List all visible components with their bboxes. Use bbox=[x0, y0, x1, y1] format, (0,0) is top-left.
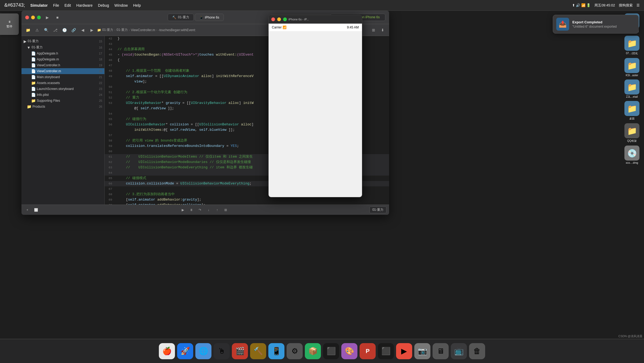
dock-finder[interactable]: 🍎 bbox=[159, 343, 175, 359]
sim-content: Carrier 📶 9:45 AM bbox=[269, 24, 362, 197]
desktop-icon-6[interactable]: 💿 xco....dmg bbox=[623, 146, 641, 164]
line-num-16: 16 bbox=[99, 46, 102, 49]
menu-extra-icon[interactable]: ☰ bbox=[636, 3, 640, 7]
nav-search-btn[interactable]: 🔍 bbox=[42, 26, 50, 34]
nav-item-products[interactable]: 📁 Products 26 bbox=[21, 104, 104, 110]
nav-item-main-storyboard[interactable]: 📄 Main.storyboard 21 bbox=[21, 74, 104, 80]
dock-trash[interactable]: 🗑 bbox=[469, 343, 485, 359]
folder-label-2: KSI...aster bbox=[626, 74, 638, 77]
nav-item-supporting[interactable]: 📁 Supporting Files 25 bbox=[21, 98, 104, 104]
nav-item-group[interactable]: ▼ 01-重力 16 bbox=[21, 44, 104, 50]
play-debug-btn[interactable]: ▶ bbox=[180, 207, 186, 213]
dock-settings[interactable]: ⚙ bbox=[287, 343, 303, 359]
dock-safari[interactable]: 🌐 bbox=[195, 343, 211, 359]
desktop-icon-4[interactable]: 📁 桌面 bbox=[623, 101, 641, 121]
nav-git-btn[interactable]: ⎇ bbox=[52, 26, 59, 34]
scheme-selector[interactable]: 01-重力 bbox=[369, 206, 386, 213]
nav-label-viewcontrollerh: ViewController.h bbox=[37, 63, 60, 67]
dock-launchpad[interactable]: 🚀 bbox=[177, 343, 193, 359]
nav-label-appdelegateh: AppDelegate.h bbox=[37, 52, 58, 55]
dock-extra1[interactable]: 📷 bbox=[414, 343, 430, 359]
tab-label: 01-重力 bbox=[178, 15, 189, 20]
desktop-icon-1[interactable]: 📁 07…(优化 bbox=[623, 36, 641, 55]
menu-window[interactable]: Window bbox=[114, 3, 128, 8]
export-subtitle: "Untitled 6" document exported bbox=[572, 25, 635, 28]
maximize-button[interactable] bbox=[37, 16, 41, 19]
sim-minimize[interactable] bbox=[277, 17, 281, 21]
menu-hardware[interactable]: Hardware bbox=[76, 3, 93, 8]
line-num-23: 23 bbox=[99, 87, 102, 90]
nav-item-appdelegate-m[interactable]: 📄 AppDelegate.m 18 bbox=[21, 56, 104, 62]
run-button[interactable]: ▶ bbox=[43, 14, 51, 21]
sim-maximize[interactable] bbox=[283, 17, 287, 21]
pause-button[interactable]: ⏸ 暂停 bbox=[0, 13, 19, 35]
nav-folder-btn[interactable]: 📁 bbox=[24, 26, 32, 34]
breadcrumb-file[interactable]: ViewController.m bbox=[131, 28, 155, 32]
dock-black-app[interactable]: ⬛ bbox=[378, 343, 394, 359]
nav-back-btn[interactable]: ◀ bbox=[79, 26, 86, 34]
nav-label-group: 01-重力 bbox=[32, 45, 43, 50]
dock-terminal[interactable]: ⬛ bbox=[323, 343, 339, 359]
tab-device[interactable]: 📱 iPhone 6s bbox=[195, 14, 224, 21]
add-file-btn[interactable]: + bbox=[24, 207, 31, 213]
sim-close[interactable] bbox=[271, 17, 275, 21]
tab-project[interactable]: 🔨 01-重力 bbox=[168, 14, 193, 21]
line-num-19: 19 bbox=[99, 64, 102, 67]
debug-toggle-btn[interactable]: ⬇ bbox=[379, 26, 386, 34]
breadcrumb-folder[interactable]: 01-重力 bbox=[116, 28, 127, 32]
nav-warning-btn[interactable]: ⚠ bbox=[33, 26, 41, 34]
nav-label-supporting: Supporting Files bbox=[37, 99, 60, 103]
menu-help[interactable]: Help bbox=[133, 3, 141, 8]
menu-datetime: 周五09:45:02 bbox=[594, 3, 615, 8]
menu-simulator[interactable]: Simulator bbox=[30, 3, 48, 8]
stop-button[interactable]: ■ bbox=[54, 14, 61, 21]
nav-item-viewcontroller-h[interactable]: 📄 ViewController.h 19 bbox=[21, 62, 104, 68]
dock-ptool[interactable]: P bbox=[360, 343, 376, 359]
menu-file[interactable]: File bbox=[53, 3, 59, 8]
dock-mouse[interactable]: 🖱 bbox=[214, 343, 230, 359]
apple-menu[interactable]: &#63743; bbox=[4, 2, 25, 8]
nav-forward-btn[interactable]: ▶ bbox=[88, 26, 96, 34]
nav-misc-btn[interactable]: 🔗 bbox=[70, 26, 77, 34]
debug-btn[interactable]: ⬜ bbox=[33, 207, 39, 213]
file-icon-4: 📄 bbox=[31, 69, 36, 73]
step-out-btn[interactable]: ↑ bbox=[214, 207, 220, 213]
close-button[interactable] bbox=[25, 16, 29, 19]
nav-item-assets[interactable]: 📁 Assets.xcassets 22 bbox=[21, 80, 104, 86]
minimize-button[interactable] bbox=[31, 16, 35, 19]
menu-search[interactable]: 搜狗搜索 bbox=[619, 3, 633, 8]
dock-tools[interactable]: 🔨 bbox=[250, 343, 266, 359]
desktop-icon-3[interactable]: 📁 ZJL...etail bbox=[623, 79, 641, 98]
dock-extra2[interactable]: 🖥 bbox=[433, 343, 449, 359]
step-into-btn[interactable]: ↓ bbox=[205, 207, 212, 213]
dock-extra3[interactable]: 📺 bbox=[451, 343, 467, 359]
dock-iphone-config[interactable]: 📱 bbox=[268, 343, 284, 359]
dock-sketch[interactable]: 🎨 bbox=[341, 343, 357, 359]
desktop-icon-5[interactable]: 📁 QQ框架 bbox=[623, 123, 641, 143]
pause-icon: ⏸ bbox=[8, 20, 11, 23]
xcode-bottombar: + ⬜ ▶ ⏸ ↷ ↓ ↑ ⊞ 01-重力 bbox=[21, 205, 389, 215]
nav-item-root[interactable]: ▶ 01-重力 15 bbox=[21, 38, 104, 44]
pause-debug-btn[interactable]: ⏸ bbox=[188, 207, 195, 213]
breadcrumb-method[interactable]: -touchesBegan:withEvent: bbox=[158, 28, 196, 32]
step-over-btn[interactable]: ↷ bbox=[197, 207, 203, 213]
menu-edit[interactable]: Edit bbox=[64, 3, 71, 8]
line-num-24: 24 bbox=[99, 93, 102, 96]
device-label: iPhone 6s bbox=[205, 16, 219, 19]
nav-item-launchscreen[interactable]: 📄 LaunchScreen.storyboard 23 bbox=[21, 86, 104, 92]
desktop-icon-2[interactable]: 📁 KSI...aster bbox=[623, 58, 641, 77]
nav-history-btn[interactable]: 🕐 bbox=[61, 26, 68, 34]
breakpoints-btn[interactable]: ⊞ bbox=[222, 207, 229, 213]
nav-item-viewcontroller-m[interactable]: 📄 ViewController.m 20 bbox=[21, 68, 104, 74]
menu-debug[interactable]: Debug bbox=[98, 3, 109, 8]
nav-item-appdelegate-h[interactable]: 📄 AppDelegate.h 17 bbox=[21, 50, 104, 56]
dock-movie[interactable]: 🎬 bbox=[232, 343, 248, 359]
breadcrumb-project[interactable]: 01-重力 bbox=[102, 28, 113, 32]
dock-video[interactable]: ▶ bbox=[396, 343, 412, 359]
sim-carrier: Carrier 📶 bbox=[272, 26, 287, 29]
editor-toggle-btn[interactable]: ⊞ bbox=[370, 26, 377, 34]
sim-title: iPhone 6s - iP... bbox=[288, 18, 309, 21]
export-notification[interactable]: 📤 Export Completed "Untitled 6" document… bbox=[553, 15, 639, 34]
nav-item-infoplist[interactable]: 📄 Info.plist 24 bbox=[21, 92, 104, 98]
dock-archive[interactable]: 📦 bbox=[305, 343, 321, 359]
